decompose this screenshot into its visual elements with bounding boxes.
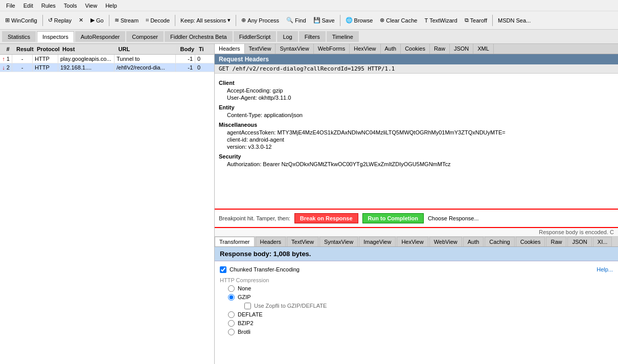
breakpoint-label: Breakpoint hit. Tamper, then:: [219, 215, 290, 221]
option-brotli: Brotli: [228, 329, 613, 335]
replay-button[interactable]: ↺ Replay: [45, 16, 75, 25]
table-row[interactable]: ↓ 2 - HTTP 192.168.1.... /ehf/v2/record-…: [0, 63, 214, 72]
inspector-tab-headers[interactable]: Headers: [215, 44, 245, 54]
resp-tab-cookies[interactable]: Cookies: [516, 237, 545, 246]
resp-tab-syntaxview[interactable]: SyntaxView: [319, 237, 358, 246]
response-content: Chunked Transfer-Encoding Help... HTTP C…: [215, 261, 618, 340]
request-headers-body: Client Accept-Encoding: gzip User-Agent:…: [215, 74, 618, 209]
resp-tab-xml[interactable]: XI...: [593, 237, 612, 246]
row2-result: -: [12, 63, 33, 72]
keep-sessions-button[interactable]: Keep: All sessions ▾: [177, 16, 234, 25]
sep3: [175, 15, 175, 26]
tearoff-button[interactable]: ⧉ Tearoff: [462, 16, 490, 25]
inspector-tab-json[interactable]: JSON: [450, 44, 473, 54]
col-header-num: #: [2, 45, 14, 53]
zopfli-checkbox[interactable]: [244, 303, 251, 309]
resp-tab-hexview[interactable]: HexView: [397, 237, 428, 246]
col-header-host: Host: [60, 45, 117, 53]
version-field: version: v3.3.0-12: [227, 143, 614, 150]
menu-rules[interactable]: Rules: [37, 2, 60, 10]
resp-tab-headers[interactable]: Headers: [256, 237, 286, 246]
find-button[interactable]: 🔍 Find: [283, 16, 309, 25]
resp-tab-auth[interactable]: Auth: [463, 237, 484, 246]
break-on-response-button[interactable]: Break on Response: [294, 213, 358, 223]
clear-cache-button[interactable]: ⊗ Clear Cache: [377, 16, 420, 25]
tearoff-icon: ⧉: [465, 17, 469, 24]
inspector-tab-hexview[interactable]: HexView: [350, 44, 380, 54]
any-process-button[interactable]: ⊕ Any Process: [238, 16, 282, 25]
option-none: None: [228, 285, 613, 292]
help-link[interactable]: Help...: [597, 266, 613, 272]
row1-ti: 0: [195, 55, 211, 63]
resp-tab-json[interactable]: JSON: [567, 237, 591, 246]
inspector-tab-auth[interactable]: Auth: [381, 44, 401, 54]
radio-deflate[interactable]: [228, 311, 235, 318]
find-icon: 🔍: [286, 17, 293, 24]
chunked-checkbox[interactable]: [220, 266, 226, 273]
radio-gzip[interactable]: [228, 294, 235, 301]
inspector-tab-webforms[interactable]: WebForms: [314, 44, 350, 54]
tab-statistics[interactable]: Statistics: [2, 31, 36, 42]
radio-none[interactable]: [228, 285, 235, 292]
breakpoint-bar: Breakpoint hit. Tamper, then: Break on R…: [215, 209, 618, 228]
browse-button[interactable]: 🌐 Browse: [342, 16, 376, 25]
option-deflate: DEFLATE: [228, 311, 613, 318]
inspector-tab-raw[interactable]: Raw: [430, 44, 450, 54]
tab-composer[interactable]: Composer: [126, 31, 164, 42]
menu-edit[interactable]: Edit: [19, 2, 37, 10]
tab-inspectors[interactable]: Inspectors: [37, 31, 74, 42]
resp-tab-webview[interactable]: WebView: [429, 237, 462, 246]
tab-timeline[interactable]: Timeline: [327, 31, 359, 42]
col-header-body: Body: [177, 45, 197, 53]
resp-tab-textview[interactable]: TextView: [287, 237, 318, 246]
go-button[interactable]: ▶ Go: [87, 16, 107, 25]
chunked-row: Chunked Transfer-Encoding Help...: [220, 266, 613, 273]
stream-button[interactable]: ≋ Stream: [111, 16, 142, 25]
content-type-field: Content-Type: application/json: [227, 111, 614, 119]
inspector-tab-xml[interactable]: XML: [473, 44, 494, 54]
section-client: Client: [219, 80, 614, 86]
menu-file[interactable]: File: [2, 2, 19, 10]
text-wizard-button[interactable]: T TextWizard: [421, 16, 460, 25]
misc-fields: agentAccessToken: MTY3MjE4MzE4OS1kZDAxND…: [219, 129, 614, 150]
tab-fiddler-orchestra[interactable]: Fiddler Orchestra Beta: [165, 31, 233, 42]
inspector-tab-textview[interactable]: TextView: [245, 44, 276, 54]
tab-autoresponder[interactable]: AutoResponder: [75, 31, 125, 42]
response-tab-bar: Transformer Headers TextView SyntaxView …: [215, 237, 618, 247]
sep4: [236, 15, 236, 26]
col-header-protocol: Protocol: [35, 45, 60, 53]
winconfig-button[interactable]: ⊞ WinConfig: [2, 16, 40, 25]
response-body-area: Response body: 1,008 bytes. Chunked Tran…: [215, 247, 618, 365]
radio-bzip2[interactable]: [228, 320, 235, 327]
main-layout: # Result Protocol Host URL Body Ti ↑ 1 -…: [0, 44, 618, 364]
tab-fiddlerscript[interactable]: FiddlerScript: [234, 31, 277, 42]
process-icon: ⊕: [241, 17, 246, 24]
clear-cache-icon: ⊗: [380, 17, 384, 24]
run-to-completion-button[interactable]: Run to Completion: [362, 213, 424, 223]
decode-button[interactable]: ⌗ Decode: [143, 16, 173, 25]
inspector-tab-cookies[interactable]: Cookies: [401, 44, 430, 54]
save-button[interactable]: 💾 Save: [310, 16, 338, 25]
client-fields: Accept-Encoding: gzip User-Agent: okhttp…: [219, 87, 614, 101]
radio-brotli[interactable]: [228, 329, 235, 335]
resp-tab-imageview[interactable]: ImageView: [359, 237, 396, 246]
msdn-button[interactable]: MSDN Sea...: [495, 16, 534, 25]
request-headers-title: Request Headers: [215, 54, 618, 64]
menu-view[interactable]: View: [81, 2, 102, 10]
row1-host: play.googleapis.co...: [58, 55, 115, 63]
menu-tools[interactable]: Tools: [60, 2, 81, 10]
choose-response-button[interactable]: Choose Response...: [428, 215, 479, 221]
option-bzip2: BZIP2: [228, 320, 613, 327]
x-button[interactable]: ✕: [76, 16, 86, 25]
inspector-tab-syntaxview[interactable]: SyntaxView: [276, 44, 313, 54]
table-row[interactable]: ↑ 1 - HTTP play.googleapis.co... Tunnel …: [0, 55, 214, 63]
resp-tab-transformer[interactable]: Transformer: [215, 237, 255, 246]
menu-help[interactable]: Help: [101, 2, 121, 10]
row2-protocol: HTTP: [33, 63, 58, 72]
row2-body: -1: [176, 63, 195, 72]
resp-tab-caching[interactable]: Caching: [485, 237, 514, 246]
tab-filters[interactable]: Filters: [299, 31, 326, 42]
agent-access-token-field: agentAccessToken: MTY3MjE4MzE4OS1kZDAxND…: [227, 129, 614, 136]
tab-log[interactable]: Log: [277, 31, 297, 42]
resp-tab-raw[interactable]: Raw: [546, 237, 566, 246]
